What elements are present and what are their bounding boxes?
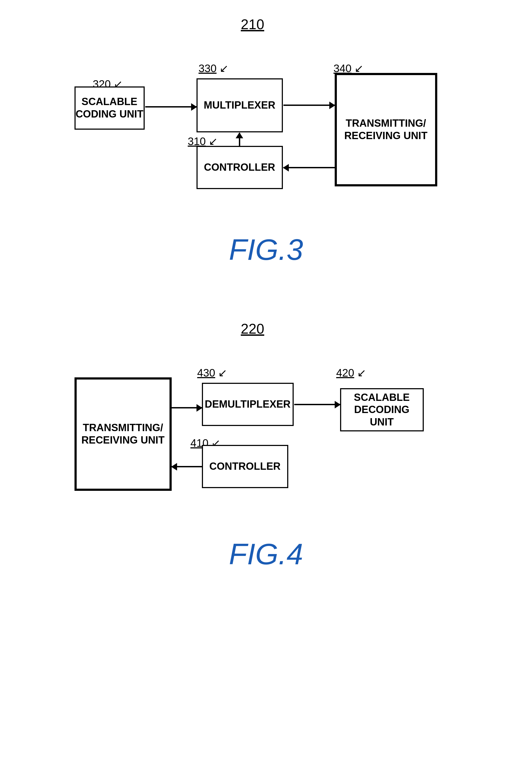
fig3-caption: FIG.3 (229, 232, 303, 267)
arrow-ctrl-to-tx (172, 466, 202, 467)
scalable-decoding-unit-box: SCALABLE DECODING UNIT (340, 388, 424, 431)
fig3-top-label: 210 (241, 16, 264, 32)
ref-430: 430 ↙ (197, 367, 227, 379)
fig3-section: 210 320 ↙ 330 ↙ 340 ↙ 310 ↙ SCALABLE COD… (0, 0, 532, 288)
scalable-coding-unit-box: SCALABLE CODING UNIT (75, 86, 145, 130)
arrow-ctrl-to-mux (239, 133, 240, 146)
ref-420: 420 ↙ (336, 367, 367, 379)
fig4-diagram: 440 ↙ 430 ↙ 420 ↙ 410 ↙ TRANSMITTING/ RE… (64, 353, 468, 520)
arrow-coding-to-mux (145, 106, 196, 108)
fig4-caption: FIG.4 (229, 537, 303, 571)
fig3-diagram: 320 ↙ 330 ↙ 340 ↙ 310 ↙ SCALABLE CODING … (64, 49, 468, 216)
transmitting-receiving-unit-box-1: TRANSMITTING/ RECEIVING UNIT (335, 73, 437, 186)
multiplexer-box: MULTIPLEXER (196, 78, 283, 132)
fig4-section: 220 440 ↙ 430 ↙ 420 ↙ 410 ↙ TRANSMITTING… (0, 321, 532, 593)
fig4-top-label: 220 (241, 321, 264, 337)
controller-box-1: CONTROLLER (196, 146, 283, 189)
arrow-mux-to-tx (283, 105, 335, 106)
arrow-tx-to-demux (172, 407, 202, 408)
page: 210 320 ↙ 330 ↙ 340 ↙ 310 ↙ SCALABLE COD… (0, 0, 532, 765)
transmitting-receiving-unit-box-2: TRANSMITTING/ RECEIVING UNIT (75, 378, 172, 491)
demultiplexer-box: DEMULTIPLEXER (202, 383, 294, 426)
arrow-demux-to-decode (294, 404, 340, 405)
ref-330: 330 ↙ (199, 62, 229, 75)
arrow-tx-to-ctrl (283, 167, 335, 168)
controller-box-2: CONTROLLER (202, 445, 288, 488)
